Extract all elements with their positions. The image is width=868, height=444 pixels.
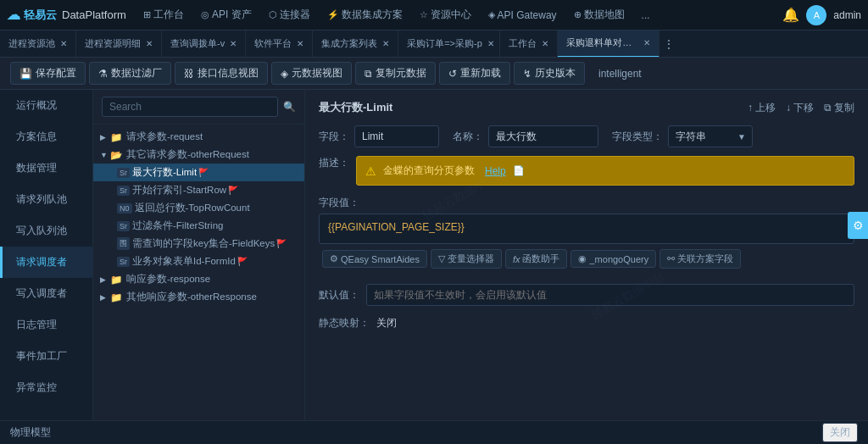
nav-resource-label: 资源中心 xyxy=(431,8,471,22)
save-config-button[interactable]: 💾 保存配置 xyxy=(10,62,86,85)
nav-api-asset[interactable]: ◎ API 资产 xyxy=(194,0,259,31)
copy-action[interactable]: ⧉ 复制 xyxy=(824,101,854,115)
sidebar-request-scheduler-label: 请求调度者 xyxy=(16,256,67,268)
type-item: 字段类型： 字符串 整数 布尔 ▼ xyxy=(612,125,753,147)
logo: ☁ 轻易云 DataPlatform xyxy=(7,7,126,23)
nav-workbench[interactable]: ⊞ 工作台 xyxy=(136,0,191,31)
sidebar-item-solution-info[interactable]: 方案信息 xyxy=(0,121,92,153)
move-up-action[interactable]: ↑ 上移 xyxy=(748,101,776,115)
tree-item-formid[interactable]: Sr 业务对象表单Id-FormId 🚩 xyxy=(93,253,304,270)
tab-workbench-close[interactable]: ✕ xyxy=(542,39,548,48)
panel-title: 最大行数-Limit xyxy=(319,100,392,115)
flag-fieldkeys: 🚩 xyxy=(276,239,287,248)
intelligent-label: intelligent xyxy=(598,68,642,80)
main-layout: 运行概况 方案信息 数据管理 请求列队池 写入队列池 请求调度者 写入调度者 日… xyxy=(0,90,868,420)
settings-button[interactable]: ⚙ xyxy=(848,212,868,239)
interface-view-button[interactable]: ⛓ 接口信息视图 xyxy=(175,62,268,85)
nav-connector[interactable]: ⬡ 连接器 xyxy=(262,0,317,31)
tab-purchase-order-label: 采购订单=>采购-p xyxy=(407,37,482,50)
related-field-btn[interactable]: ⚯ 关联方案字段 xyxy=(659,249,741,269)
bottom-bar: 物理模型 关闭 xyxy=(0,420,868,444)
top-nav: ☁ 轻易云 DataPlatform ⊞ 工作台 ◎ API 资产 ⬡ 连接器 … xyxy=(0,0,868,31)
tab-purchase-order[interactable]: 采购订单=>采购-p ✕ xyxy=(398,31,500,58)
meta-view-button[interactable]: ◈ 元数据视图 xyxy=(271,62,352,85)
sidebar-item-request-scheduler[interactable]: 请求调度者 xyxy=(0,247,92,278)
tree-item-toprowcount[interactable]: N0 返回总行数-TopRowCount xyxy=(93,199,304,217)
type-select[interactable]: 字符串 整数 布尔 xyxy=(668,125,753,147)
api-asset-icon: ◎ xyxy=(201,9,209,20)
tab-process-pool-close[interactable]: ✕ xyxy=(60,39,67,48)
data-integration-icon: ⚡ xyxy=(327,9,339,20)
tree-item-filterstring[interactable]: Sr 过滤条件-FilterString xyxy=(93,217,304,235)
nav-data-integration[interactable]: ⚡ 数据集成方案 xyxy=(320,0,409,31)
tab-workbench[interactable]: 工作台 ✕ xyxy=(500,31,558,58)
tree-item-other-request[interactable]: ▼ 📂 其它请求参数-otherRequest xyxy=(93,146,304,164)
nav-api-gateway[interactable]: ◈ API Gateway xyxy=(481,0,564,31)
tab-query-transfer[interactable]: 查询调拨单-v ✕ xyxy=(162,31,246,58)
mongo-query-btn[interactable]: ◉ _mongoQuery xyxy=(570,250,656,268)
reload-label: 重新加载 xyxy=(460,66,501,80)
sidebar-item-write-scheduler[interactable]: 写入调度者 xyxy=(0,278,92,309)
value-input[interactable]: {{PAGINATION_PAGE_SIZE}} xyxy=(319,214,854,244)
tab-integration-list[interactable]: 集成方案列表 ✕ xyxy=(313,31,398,58)
data-filter-button[interactable]: ⚗ 数据过滤厂 xyxy=(89,62,171,85)
tab-process-detail[interactable]: 进程资源明细 ✕ xyxy=(76,31,162,58)
search-icon[interactable]: 🔍 xyxy=(283,101,296,113)
tab-purchase-order-close[interactable]: ✕ xyxy=(487,39,494,48)
sidebar-exception-label: 异常监控 xyxy=(16,381,57,393)
default-input[interactable] xyxy=(366,284,854,306)
sidebar-item-data-mgmt[interactable]: 数据管理 xyxy=(0,153,92,184)
sidebar-item-exception[interactable]: 异常监控 xyxy=(0,372,92,403)
field-input[interactable] xyxy=(354,125,439,147)
tab-process-detail-close[interactable]: ✕ xyxy=(146,39,153,48)
copy-act-icon: ⧉ xyxy=(824,102,832,114)
tab-software-close[interactable]: ✕ xyxy=(297,39,303,48)
desc-help-link[interactable]: Help xyxy=(485,165,506,177)
tab-purchase-return[interactable]: 采购退料单对接采购退货单 ✕ xyxy=(558,31,659,58)
variable-selector-btn[interactable]: ▽ 变量选择器 xyxy=(431,249,502,269)
tree-label-response: 响应参数-response xyxy=(126,273,210,286)
tab-purchase-return-close[interactable]: ✕ xyxy=(643,38,650,47)
nav-data-map[interactable]: ⊕ 数据地图 xyxy=(567,0,632,31)
mongo-label: _mongoQuery xyxy=(589,254,648,264)
sidebar-item-write-queue[interactable]: 写入队列池 xyxy=(0,215,92,247)
move-down-action[interactable]: ↓ 下移 xyxy=(786,101,814,115)
sidebar-write-scheduler-label: 写入调度者 xyxy=(16,287,67,299)
sidebar-item-request-queue[interactable]: 请求列队池 xyxy=(0,184,92,215)
tabs-more-btn[interactable]: ⋮ xyxy=(659,37,678,51)
panel-actions: ↑ 上移 ↓ 下移 ⧉ 复制 xyxy=(748,101,854,115)
tree-item-fieldkeys[interactable]: 围 需查询的字段key集合-FieldKeys 🚩 xyxy=(93,235,304,253)
tree-item-startrow[interactable]: Sr 开始行索引-StartRow 🚩 xyxy=(93,181,304,199)
folder-other-response-icon: 📁 xyxy=(110,291,124,303)
tree-item-response[interactable]: ▶ 📁 响应参数-response xyxy=(93,270,304,288)
related-label: 关联方案字段 xyxy=(677,253,733,265)
function-helper-btn[interactable]: fx 函数助手 xyxy=(505,249,568,269)
sidebar-item-log[interactable]: 日志管理 xyxy=(0,309,92,341)
tab-process-pool[interactable]: 进程资源池 ✕ xyxy=(0,31,76,58)
search-input[interactable] xyxy=(102,97,278,117)
name-input[interactable] xyxy=(488,125,598,147)
api-gateway-icon: ◈ xyxy=(488,9,495,20)
tab-query-transfer-close[interactable]: ✕ xyxy=(230,39,236,48)
tree-label-request: 请求参数-request xyxy=(126,130,203,143)
qeasy-btn[interactable]: ⚙ QEasy SmartAides xyxy=(322,250,427,268)
tab-software[interactable]: 软件平台 ✕ xyxy=(246,31,313,58)
history-button[interactable]: ↯ 历史版本 xyxy=(514,62,585,85)
copy-meta-button[interactable]: ⧉ 复制元数据 xyxy=(355,62,436,85)
toolbar: 💾 保存配置 ⚗ 数据过滤厂 ⛓ 接口信息视图 ◈ 元数据视图 ⧉ 复制元数据 … xyxy=(0,58,868,90)
bell-icon[interactable]: 🔔 xyxy=(782,7,799,23)
nav-resource[interactable]: ☆ 资源中心 xyxy=(413,0,478,31)
bottom-close-button[interactable]: 关闭 xyxy=(822,423,858,442)
doc-icon: 📄 xyxy=(513,165,525,176)
sidebar-item-overview[interactable]: 运行概况 xyxy=(0,90,92,121)
tree-item-other-response[interactable]: ▶ 📁 其他响应参数-otherResponse xyxy=(93,288,304,306)
up-icon: ↑ xyxy=(748,102,753,114)
sidebar-solution-label: 方案信息 xyxy=(16,130,57,142)
tab-integration-list-close[interactable]: ✕ xyxy=(382,39,389,48)
intelligent-button[interactable]: intelligent xyxy=(588,64,652,83)
tree-item-limit[interactable]: Sr 最大行数-Limit 🚩 xyxy=(93,164,304,181)
tree-item-request[interactable]: ▶ 📁 请求参数-request xyxy=(93,128,304,146)
reload-button[interactable]: ↺ 重新加载 xyxy=(439,62,510,85)
nav-more[interactable]: ... xyxy=(635,0,657,31)
sidebar-item-event-factory[interactable]: 事件加工厂 xyxy=(0,341,92,372)
